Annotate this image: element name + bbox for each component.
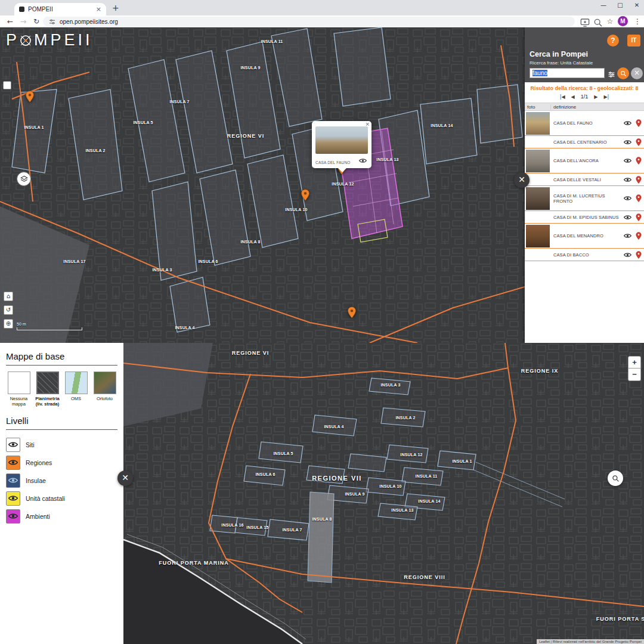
language-button[interactable]: IT (627, 35, 640, 47)
map-marker-pin[interactable] (348, 306, 357, 321)
eye-button[interactable] (621, 120, 633, 126)
result-row[interactable]: CASA DI M. EPIDIUS SABINUS (525, 211, 644, 224)
result-row[interactable]: CASA DEL CENTENARIO (525, 136, 644, 148)
basemap-thumbnail[interactable] (36, 371, 59, 394)
basemap-thumbnail[interactable] (94, 371, 116, 394)
locate-result-button[interactable] (633, 157, 644, 165)
layer-visibility-icon[interactable] (6, 438, 20, 452)
reload-button[interactable]: ↻ (31, 17, 42, 26)
result-row[interactable]: CASA DELL'ANCORA (525, 148, 644, 174)
locate-result-button[interactable] (633, 251, 644, 259)
window-minimize-button[interactable]: — (596, 2, 611, 8)
layer-visibility-icon[interactable] (6, 491, 20, 506)
map1-canvas[interactable]: P MPEII INSULA 11INSULA 9INSULA 7INSULA … (0, 27, 525, 343)
result-photo-cell (525, 224, 551, 248)
filter-icon[interactable] (608, 70, 615, 80)
layer-label: Regiones (26, 459, 52, 466)
locate-result-button[interactable] (633, 176, 644, 184)
layer-item[interactable]: Regiones (6, 454, 117, 472)
eye-button[interactable] (621, 140, 633, 145)
address-bar[interactable]: open.pompeiisites.org (43, 17, 575, 26)
panel1-collapse-button[interactable]: ✕ (514, 172, 530, 188)
new-tab-button[interactable]: + (112, 3, 119, 13)
zoom-icon[interactable] (593, 18, 603, 27)
home-button[interactable]: ⌂ (4, 292, 13, 301)
panel2-collapse-button[interactable]: ✕ (117, 470, 133, 486)
map-marker-pin[interactable] (26, 91, 35, 105)
result-row[interactable]: CASA DELLE VESTALI (525, 174, 644, 186)
locate-result-button[interactable] (633, 194, 644, 202)
result-photo-cell (525, 249, 551, 261)
next-page-button[interactable]: ▶ (594, 94, 597, 100)
map2-canvas[interactable]: REGIONE VIREGIONE IXREGIONE VIIREGIONE V… (123, 343, 644, 644)
popup-photo[interactable] (315, 126, 368, 154)
back-button[interactable]: ← (5, 17, 16, 26)
eye-button[interactable] (621, 252, 633, 258)
basemap-option[interactable]: OMS (63, 371, 89, 407)
map-popup[interactable]: × CASA DEL FAUNO (312, 121, 371, 168)
install-app-icon[interactable] (580, 18, 590, 27)
url-text: open.pompeiisites.org (60, 18, 118, 25)
last-page-button[interactable]: ▶| (603, 94, 609, 100)
basemap-thumbnail[interactable] (65, 371, 88, 394)
eye-button[interactable] (621, 177, 633, 182)
layer-item[interactable]: Unità catastali (6, 490, 117, 507)
map-marker-pin[interactable] (301, 189, 310, 203)
locate-result-button[interactable] (633, 232, 644, 240)
result-photo (526, 225, 550, 247)
expand-control-button[interactable] (3, 81, 11, 89)
prev-page-button[interactable]: ◀ (571, 94, 575, 100)
result-row[interactable]: CASA DEL FAUNO (525, 111, 644, 136)
layers-control-button[interactable] (17, 172, 31, 186)
locate-result-button[interactable] (633, 138, 644, 146)
help-button[interactable]: ? (607, 35, 619, 47)
layer-visibility-icon[interactable] (6, 509, 20, 524)
scale-label: 50 m (17, 322, 26, 326)
layer-visibility-icon[interactable] (6, 473, 20, 488)
popup-eye-icon[interactable] (359, 155, 367, 166)
eye-button[interactable] (621, 233, 633, 239)
tab-close-icon[interactable]: × (96, 5, 101, 13)
search-button[interactable] (617, 67, 629, 79)
result-row[interactable]: CASA DI BACCO (525, 249, 644, 261)
forward-button[interactable]: → (18, 17, 29, 26)
pompeii-logo: P MPEII (6, 31, 93, 49)
eye-button[interactable] (621, 158, 633, 163)
search-panel-subtitle: Ricerca frase: Unità Catastale (530, 60, 593, 66)
previous-extent-button[interactable]: ↺ (4, 305, 13, 315)
layer-visibility-icon[interactable] (6, 456, 20, 470)
column-foto: foto (525, 104, 551, 110)
layer-label: Ambienti (26, 513, 50, 520)
search-panel-open-button[interactable] (608, 470, 623, 486)
scale-line (17, 327, 82, 330)
locate-result-button[interactable] (633, 213, 644, 221)
locate-button[interactable]: ⊕ (4, 319, 13, 329)
site-settings-icon[interactable] (49, 18, 55, 25)
eye-button[interactable] (621, 196, 633, 201)
browser-tab[interactable]: POMPEII × (14, 3, 106, 16)
eye-button[interactable] (621, 215, 633, 220)
result-row[interactable]: CASA DI M. LUCRETIUS FRONTO (525, 186, 644, 211)
layer-item[interactable]: Ambienti (6, 507, 117, 525)
popup-title: CASA DEL FAUNO (315, 160, 351, 165)
basemap-option[interactable]: Planimetria (liv. strada) (35, 371, 60, 407)
basemap-option[interactable]: Nessuna mappa (6, 371, 32, 407)
layer-item[interactable]: Insulae (6, 472, 117, 490)
basemap-thumbnail[interactable] (8, 371, 30, 394)
bookmark-star-icon[interactable]: ☆ (605, 17, 615, 26)
layer-item[interactable]: Siti (6, 436, 117, 454)
basemap-option[interactable]: Ortofoto (92, 371, 117, 407)
tab-favicon-icon (19, 7, 24, 12)
result-row[interactable]: CASA DEL MENANDRO (525, 224, 644, 249)
clear-search-button[interactable]: × (631, 67, 643, 79)
map-attribution: Leaflet | Rilievi realizzati nell'ambito… (537, 639, 644, 644)
window-close-button[interactable]: ✕ (630, 2, 644, 8)
window-maximize-button[interactable]: □ (613, 2, 627, 8)
zoom-out-button[interactable]: − (628, 369, 641, 381)
profile-avatar[interactable]: M (618, 16, 628, 26)
first-page-button[interactable]: |◀ (560, 94, 565, 100)
zoom-in-button[interactable]: + (628, 356, 641, 369)
search-input[interactable]: fauno (530, 68, 605, 78)
locate-result-button[interactable] (633, 119, 644, 127)
browser-menu-icon[interactable]: ⋮ (632, 17, 643, 26)
